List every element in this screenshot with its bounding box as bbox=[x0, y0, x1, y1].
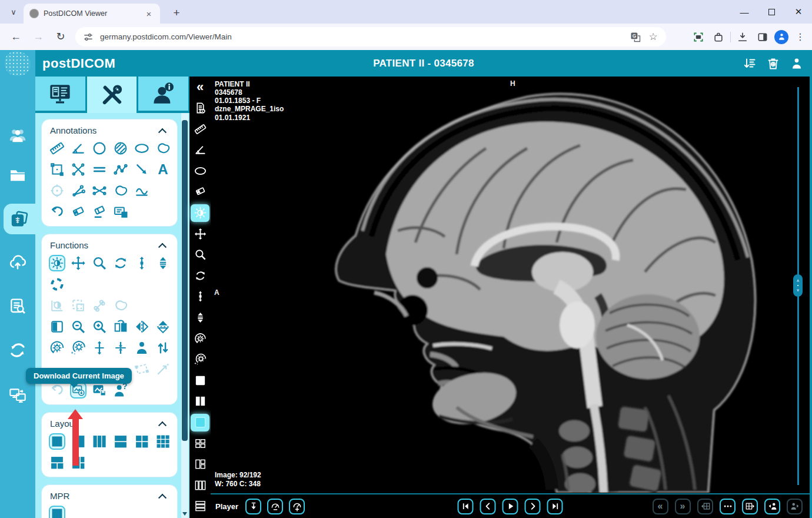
rotate-auto-icon[interactable] bbox=[191, 351, 209, 368]
image-viewport[interactable]: PATIENT II 0345678 01.01.1853 - F dzne_M… bbox=[211, 77, 812, 518]
layout-rows-outline-icon[interactable] bbox=[191, 497, 209, 515]
cobb-angle-icon[interactable] bbox=[91, 182, 108, 199]
panel-scrollbar-thumb[interactable] bbox=[182, 120, 188, 441]
pan-icon[interactable] bbox=[191, 225, 209, 243]
collapse-chevron-icon[interactable] bbox=[158, 421, 167, 429]
length-ruler-icon[interactable] bbox=[191, 120, 209, 138]
url-text[interactable]: germany.postdicom.com/Viewer/Main bbox=[100, 32, 624, 41]
speed-down-icon[interactable] bbox=[267, 499, 283, 514]
text-icon[interactable]: A bbox=[155, 161, 171, 178]
probe-icon[interactable] bbox=[49, 182, 65, 199]
reset-icon[interactable] bbox=[49, 382, 65, 399]
crop-icon[interactable] bbox=[134, 361, 150, 377]
delete-items-icon[interactable] bbox=[766, 57, 780, 71]
erase-icon[interactable] bbox=[191, 183, 209, 201]
collapse-chevron-icon[interactable] bbox=[158, 493, 167, 502]
play-icon[interactable] bbox=[502, 499, 518, 514]
maximize-button[interactable] bbox=[758, 0, 785, 24]
tab-close-icon[interactable]: × bbox=[144, 8, 154, 19]
layout-current-icon[interactable] bbox=[191, 414, 209, 431]
flip-horizontal-icon[interactable] bbox=[112, 318, 129, 335]
browser-tab[interactable]: PostDICOM Viewer × bbox=[24, 4, 160, 24]
parallel-lines-icon[interactable] bbox=[91, 161, 108, 178]
address-bar[interactable]: germany.postdicom.com/Viewer/Main ☆ bbox=[75, 27, 666, 47]
layout-3col-outline-icon[interactable] bbox=[191, 476, 209, 494]
patients-icon[interactable] bbox=[8, 126, 27, 145]
length-ruler-icon[interactable] bbox=[49, 140, 65, 157]
invert-icon[interactable] bbox=[49, 318, 65, 335]
rail-item-upload[interactable] bbox=[0, 247, 35, 277]
layout-next-icon[interactable] bbox=[742, 499, 758, 514]
layout-white-icon[interactable] bbox=[191, 371, 209, 389]
patient-orientation-icon[interactable] bbox=[134, 340, 150, 356]
new-tab-button[interactable]: + bbox=[168, 5, 185, 21]
layout-1-2-icon[interactable] bbox=[49, 454, 65, 471]
next-image-icon[interactable] bbox=[525, 499, 541, 514]
rotate-left-icon[interactable] bbox=[49, 340, 65, 356]
arrow-icon[interactable] bbox=[134, 161, 150, 178]
zoom-in-icon[interactable] bbox=[91, 318, 108, 335]
close-window-button[interactable]: ✕ bbox=[785, 0, 812, 24]
speed-up-icon[interactable] bbox=[289, 499, 305, 514]
slider-thumb[interactable]: ∧•∨ bbox=[793, 274, 803, 297]
bookmark-star-icon[interactable]: ☆ bbox=[647, 31, 659, 43]
browser-menu-icon[interactable]: ⋮ bbox=[792, 29, 808, 45]
mpr-view-icon[interactable] bbox=[49, 506, 65, 518]
erase-icon[interactable] bbox=[70, 204, 86, 220]
mirror-vertical-icon[interactable] bbox=[155, 318, 171, 335]
ellipse-icon[interactable] bbox=[134, 140, 150, 157]
extensions-icon[interactable] bbox=[710, 29, 727, 45]
layout-split-outline-icon[interactable] bbox=[191, 456, 209, 473]
cross-lines-icon[interactable] bbox=[70, 161, 86, 178]
translate-icon[interactable] bbox=[630, 31, 641, 43]
report-view-icon[interactable] bbox=[191, 99, 209, 117]
window-region-icon[interactable] bbox=[49, 297, 65, 314]
sort-order-icon[interactable] bbox=[155, 340, 171, 356]
polyline-icon[interactable] bbox=[112, 161, 129, 178]
panel-scrollbar[interactable] bbox=[181, 113, 188, 518]
freehand-region-icon[interactable] bbox=[112, 297, 129, 314]
patient-info-icon[interactable] bbox=[151, 81, 176, 106]
angle-icon[interactable] bbox=[191, 141, 209, 159]
spline-icon[interactable] bbox=[134, 182, 150, 199]
fix-angle-icon[interactable] bbox=[155, 361, 171, 377]
angle-icon[interactable] bbox=[70, 140, 86, 157]
download-queue-icon[interactable] bbox=[743, 57, 757, 71]
upload-icon[interactable] bbox=[8, 253, 27, 271]
rail-item-patients[interactable] bbox=[0, 120, 35, 151]
ellipse-icon[interactable] bbox=[191, 162, 209, 180]
tools-icon[interactable] bbox=[99, 82, 124, 107]
reference-lines-icon[interactable] bbox=[49, 276, 65, 293]
rotate-free-icon[interactable] bbox=[112, 255, 129, 271]
collapse-panel-icon[interactable]: « bbox=[191, 78, 209, 96]
erase-all-icon[interactable] bbox=[91, 204, 108, 220]
share-screen-icon[interactable] bbox=[8, 386, 27, 405]
stack-scroll-icon[interactable] bbox=[191, 309, 209, 327]
folders-icon[interactable] bbox=[8, 166, 27, 185]
save-image-icon[interactable] bbox=[91, 382, 108, 399]
sync-icon[interactable] bbox=[8, 341, 27, 360]
shaded-circle-icon[interactable] bbox=[112, 140, 129, 157]
account-icon[interactable] bbox=[790, 57, 804, 71]
collapse-chevron-icon[interactable] bbox=[158, 243, 167, 251]
zoom-out-icon[interactable] bbox=[70, 318, 86, 335]
reload-button[interactable]: ↻ bbox=[52, 28, 69, 45]
closed-freehand-icon[interactable] bbox=[112, 182, 129, 199]
forward-button[interactable]: → bbox=[29, 28, 47, 45]
previous-series-icon[interactable]: « bbox=[653, 499, 668, 514]
collapse-chevron-icon[interactable] bbox=[158, 128, 167, 136]
bone-icon[interactable] bbox=[91, 297, 108, 314]
rail-item-sync[interactable] bbox=[0, 335, 35, 366]
layout-previous-icon[interactable] bbox=[697, 499, 713, 514]
select-area-icon[interactable] bbox=[70, 297, 86, 314]
first-image-icon[interactable] bbox=[458, 499, 474, 514]
layout-3x3-icon[interactable] bbox=[155, 433, 171, 450]
back-button[interactable]: ← bbox=[7, 28, 25, 45]
layout-1x3-icon[interactable] bbox=[91, 433, 108, 450]
rotate-auto-icon[interactable] bbox=[70, 340, 86, 356]
next-series-icon[interactable]: » bbox=[675, 499, 691, 514]
magnify-icon[interactable] bbox=[91, 255, 108, 271]
rectangle-icon[interactable] bbox=[49, 161, 65, 178]
magnify-icon[interactable] bbox=[191, 246, 209, 264]
layout-1x1-icon[interactable] bbox=[49, 433, 65, 450]
